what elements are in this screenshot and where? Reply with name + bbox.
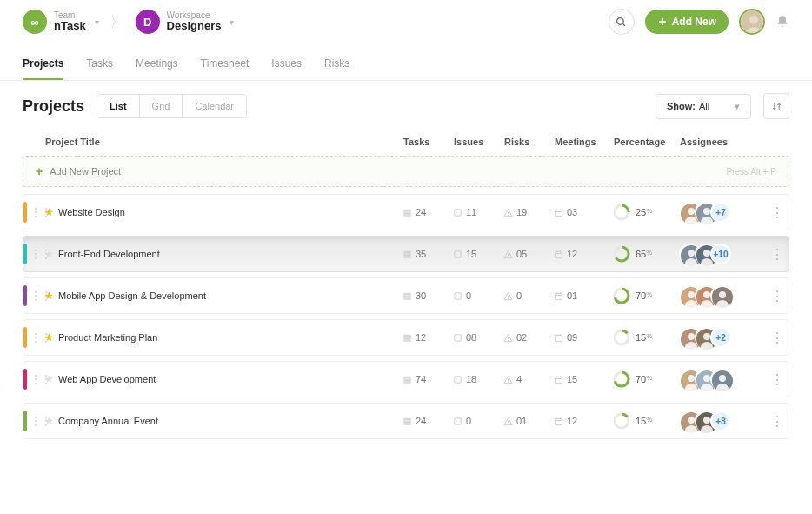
svg-rect-106: [455, 417, 461, 424]
cell-tasks: 12: [403, 332, 453, 343]
project-row[interactable]: ⋮⋮ ★ Front-End Development 35 15 05 12 6…: [23, 236, 789, 272]
row-more-button[interactable]: ⋮: [764, 413, 789, 430]
plus-icon: +: [36, 164, 43, 178]
svg-line-1: [622, 23, 625, 26]
project-row[interactable]: ⋮⋮ ★ Mobile App Design & Development 30 …: [23, 277, 789, 314]
project-row[interactable]: ⋮⋮ ★ Web App Development 74 18 4 15 70% …: [23, 361, 789, 397]
assignee-more[interactable]: +2: [710, 327, 731, 348]
view-segmented: ListGridCalendar: [97, 94, 247, 118]
add-new-button[interactable]: Add New: [645, 10, 729, 34]
cell-meetings: 09: [554, 332, 613, 343]
search-button[interactable]: [609, 9, 635, 35]
tasks-icon: [403, 417, 412, 426]
tab-risks[interactable]: Risks: [324, 49, 349, 80]
row-more-button[interactable]: ⋮: [764, 246, 789, 263]
drag-handle-icon[interactable]: ⋮⋮: [30, 415, 43, 427]
star-icon[interactable]: ★: [43, 206, 55, 218]
project-row[interactable]: ⋮⋮ ★ Company Annual Event 24 0 01 12 15%…: [23, 403, 789, 439]
tab-timesheet[interactable]: Timesheet: [201, 49, 250, 80]
tab-issues[interactable]: Issues: [271, 49, 302, 80]
project-row[interactable]: ⋮⋮ ★ Website Design 24 11 19 03 25% +7 ⋮: [23, 194, 789, 230]
chevron-down-icon[interactable]: ▾: [95, 17, 99, 27]
cell-tasks: 35: [403, 249, 453, 259]
assignee-more[interactable]: +7: [710, 202, 731, 223]
svg-rect-70: [555, 335, 562, 341]
star-icon[interactable]: ★: [43, 373, 55, 385]
cell-issues: 0: [453, 290, 503, 301]
svg-rect-103: [404, 418, 410, 419]
cell-percentage: 65%: [613, 245, 679, 263]
svg-rect-45: [404, 297, 410, 298]
tab-tasks[interactable]: Tasks: [86, 49, 113, 80]
svg-rect-65: [404, 337, 410, 338]
row-accent: [23, 369, 27, 390]
tasks-icon: [403, 291, 412, 301]
risks-icon: [503, 208, 513, 217]
cell-percentage: 70%: [613, 370, 679, 388]
issues-icon: [453, 291, 463, 301]
issues-icon: [453, 333, 463, 343]
svg-point-23: [703, 208, 710, 215]
svg-rect-10: [455, 209, 461, 215]
cell-assignees: [679, 285, 764, 306]
drag-handle-icon[interactable]: ⋮⋮: [30, 290, 43, 302]
show-filter[interactable]: Show: All ▾: [656, 94, 751, 119]
svg-point-95: [688, 375, 695, 382]
risks-icon: [503, 333, 513, 343]
assignee-more[interactable]: +8: [710, 411, 731, 431]
risks-icon: [503, 291, 513, 301]
cell-tasks: 24: [403, 416, 453, 426]
row-more-button[interactable]: ⋮: [764, 371, 789, 388]
assignee-more[interactable]: +10: [710, 244, 731, 264]
cell-assignees: [679, 369, 764, 390]
bell-icon[interactable]: [775, 15, 789, 29]
cell-meetings: 03: [554, 207, 613, 217]
cell-risks: 19: [503, 207, 554, 217]
sort-button[interactable]: [763, 93, 789, 119]
plus-icon: [657, 17, 668, 27]
user-avatar[interactable]: [739, 9, 765, 35]
add-project-row[interactable]: + Add New Project Press Alt + P: [23, 156, 789, 187]
chevron-down-icon[interactable]: ▾: [230, 17, 234, 27]
svg-point-87: [508, 381, 509, 382]
star-icon[interactable]: ★: [43, 331, 55, 344]
drag-handle-icon[interactable]: ⋮⋮: [30, 331, 43, 344]
cell-assignees: +10: [679, 244, 764, 264]
filter-value: All: [699, 101, 709, 111]
tasks-icon: [403, 208, 412, 217]
workspace-value: Designers: [167, 20, 222, 32]
star-icon[interactable]: ★: [43, 290, 55, 302]
view-grid[interactable]: Grid: [139, 95, 183, 117]
cell-meetings: 01: [554, 290, 613, 301]
col-issues: Issues: [454, 137, 504, 147]
drag-handle-icon[interactable]: ⋮⋮: [30, 248, 43, 260]
drag-handle-icon[interactable]: ⋮⋮: [30, 206, 43, 218]
row-more-button[interactable]: ⋮: [764, 330, 789, 346]
star-icon[interactable]: ★: [43, 415, 55, 427]
tab-projects[interactable]: Projects: [23, 49, 63, 80]
breadcrumb-team[interactable]: ∞ Team nTask ▾: [23, 10, 99, 34]
project-name: Website Design: [55, 207, 403, 217]
cell-risks: 01: [503, 416, 554, 426]
cell-issues: 11: [453, 207, 503, 217]
view-calendar[interactable]: Calendar: [182, 95, 246, 117]
row-more-button[interactable]: ⋮: [764, 204, 789, 221]
view-list[interactable]: List: [97, 95, 139, 117]
add-project-hint: Press Alt + P: [726, 167, 776, 177]
row-more-button[interactable]: ⋮: [764, 288, 789, 304]
row-accent: [23, 327, 27, 348]
assignee-avatar[interactable]: [710, 285, 731, 306]
row-accent: [23, 411, 27, 431]
star-icon[interactable]: ★: [43, 248, 55, 260]
assignee-avatar[interactable]: [710, 369, 731, 390]
svg-point-62: [719, 291, 726, 298]
drag-handle-icon[interactable]: ⋮⋮: [30, 373, 43, 385]
col-assignees: Assignees: [680, 137, 765, 147]
calendar-icon: [554, 208, 563, 217]
row-accent: [23, 202, 27, 223]
breadcrumb-workspace[interactable]: D Workspace Designers ▾: [136, 10, 235, 34]
tab-meetings[interactable]: Meetings: [136, 49, 178, 80]
tasks-icon: [403, 375, 412, 384]
project-row[interactable]: ⋮⋮ ★ Product Marketing Plan 12 08 02 09 …: [23, 319, 789, 356]
svg-rect-105: [404, 423, 410, 424]
